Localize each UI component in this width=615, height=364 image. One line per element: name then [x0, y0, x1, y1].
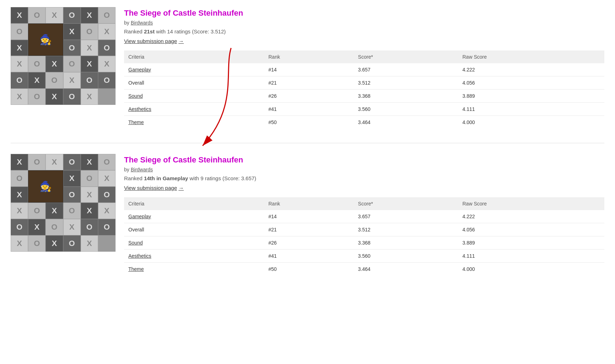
author-link-2[interactable]: Birdwards	[131, 167, 153, 172]
table-row: Gameplay#143.6574.222	[124, 210, 604, 223]
pixel-cell: O	[81, 23, 98, 40]
view-submission-link-1[interactable]: View submission page →	[124, 38, 184, 44]
pixel-cell: X	[98, 23, 116, 40]
pixel-cell: O	[63, 56, 81, 72]
rank-suffix-1: with 14 ratings (Score: 3.512)	[155, 28, 226, 34]
pixel-cell: O	[28, 154, 46, 170]
pixel-cell: X	[11, 40, 28, 56]
pixel-cell: O	[11, 72, 28, 89]
pixel-cell: X	[81, 235, 98, 252]
rank-line-1: Ranked 21st with 14 ratings (Score: 3.51…	[124, 28, 604, 34]
game-title-1: The Siege of Castle Steinhaufen	[124, 9, 604, 18]
game-author-2: by Birdwards	[124, 167, 604, 172]
pixel-cell: X	[11, 235, 28, 252]
criteria-link[interactable]: Sound	[128, 93, 143, 99]
pixel-cell: O	[98, 7, 116, 23]
col-score-2: Score*	[354, 197, 458, 210]
cell-criteria: Sound	[124, 236, 264, 250]
pixel-cell: O	[46, 72, 63, 89]
cell-rank: #14	[264, 210, 354, 223]
cell-rank: #14	[264, 63, 354, 76]
criteria-link[interactable]: Theme	[128, 266, 144, 272]
pixel-cell: X	[46, 235, 63, 252]
scores-table-2: Criteria Rank Score* Raw Score Gameplay#…	[124, 197, 604, 275]
pixel-cell: O	[63, 7, 81, 23]
pixel-cell: X	[28, 219, 46, 235]
pixel-cell: X	[46, 7, 63, 23]
table-row: Gameplay#143.6574.222	[124, 63, 604, 76]
cell-rank: #26	[264, 236, 354, 250]
cell-score: 3.464	[354, 263, 458, 276]
col-rank: Rank	[264, 50, 354, 63]
table-row: Theme#503.4644.000	[124, 263, 604, 276]
pixel-cell: X	[98, 203, 116, 219]
cell-score: 3.368	[354, 90, 458, 103]
cell-score: 3.560	[354, 250, 458, 263]
pixel-cell: X	[11, 56, 28, 72]
col-rank-2: Rank	[264, 197, 354, 210]
cell-raw: 4.222	[458, 210, 604, 223]
pixel-cell: O	[28, 235, 46, 252]
cell-score: 3.512	[354, 76, 458, 90]
cell-score: 3.657	[354, 63, 458, 76]
pixel-cell: X	[98, 170, 116, 187]
game-entry-1: X O X O X O O 🧙 X O X X O X O X O X	[11, 7, 604, 129]
pixel-cell: X	[81, 89, 98, 105]
criteria-link[interactable]: Aesthetics	[128, 253, 151, 259]
criteria-link[interactable]: Theme	[128, 119, 144, 125]
author-link-1[interactable]: Birdwards	[131, 20, 153, 26]
criteria-link[interactable]: Aesthetics	[128, 106, 151, 112]
cell-raw: 4.000	[458, 263, 604, 276]
criteria-link[interactable]: Gameplay	[128, 67, 151, 73]
pixel-cell: X	[46, 89, 63, 105]
cell-criteria: Gameplay	[124, 210, 264, 223]
scores-table-1: Criteria Rank Score* Raw Score Gameplay#…	[124, 50, 604, 129]
cell-criteria: Aesthetics	[124, 250, 264, 263]
criteria-link[interactable]: Sound	[128, 240, 143, 246]
pixel-cell: X	[63, 72, 81, 89]
pixel-cell: X	[63, 170, 81, 187]
pixel-cell: O	[28, 89, 46, 105]
table-row: Aesthetics#413.5604.111	[124, 250, 604, 263]
game-author-1: by Birdwards	[124, 20, 604, 26]
cell-rank: #50	[264, 116, 354, 129]
cell-raw: 4.056	[458, 223, 604, 236]
game-image-2: X O X O X O O 🧙 X O X X O X O X O X O X	[11, 154, 116, 252]
cell-rank: #26	[264, 90, 354, 103]
pixel-cell: O	[28, 56, 46, 72]
pixel-cell: O	[11, 23, 28, 40]
view-submission-link-2[interactable]: View submission page →	[124, 185, 184, 191]
cell-raw: 3.889	[458, 236, 604, 250]
pixel-cell: X	[63, 23, 81, 40]
pixel-cell: O	[63, 89, 81, 105]
cell-rank: #21	[264, 223, 354, 236]
table-header-row-2: Criteria Rank Score* Raw Score	[124, 197, 604, 210]
table-row: Aesthetics#413.5604.111	[124, 103, 604, 116]
cell-score: 3.512	[354, 223, 458, 236]
pixel-cell: O	[11, 170, 28, 187]
pixel-cell: O	[81, 72, 98, 89]
pixel-cell: X	[11, 89, 28, 105]
cell-raw: 4.111	[458, 250, 604, 263]
cell-raw: 4.222	[458, 63, 604, 76]
table-row: Overall#213.5124.056	[124, 223, 604, 236]
pixel-cell: O	[81, 219, 98, 235]
criteria-link[interactable]: Gameplay	[128, 214, 151, 219]
pixel-cell: X	[98, 56, 116, 72]
table-row: Sound#263.3683.889	[124, 90, 604, 103]
cell-rank: #50	[264, 263, 354, 276]
pixel-cell: X	[11, 7, 28, 23]
cell-raw: 3.889	[458, 90, 604, 103]
pixel-cell: O	[98, 72, 116, 89]
rank-prefix: Ranked	[124, 28, 144, 34]
rank-line-2: Ranked 14th in Gameplay with 9 ratings (…	[124, 175, 604, 181]
col-criteria-2: Criteria	[124, 197, 264, 210]
rank-number-1: 21st	[144, 28, 155, 34]
game-title-2: The Siege of Castle Steinhaufen	[124, 155, 604, 165]
table-row: Overall#213.5124.056	[124, 76, 604, 90]
pixel-cell: O	[28, 203, 46, 219]
pixel-cell: X	[63, 219, 81, 235]
pixel-cell: X	[46, 203, 63, 219]
game-info-2: The Siege of Castle Steinhaufen by Birdw…	[124, 154, 604, 275]
pixel-cell: O	[63, 187, 81, 203]
